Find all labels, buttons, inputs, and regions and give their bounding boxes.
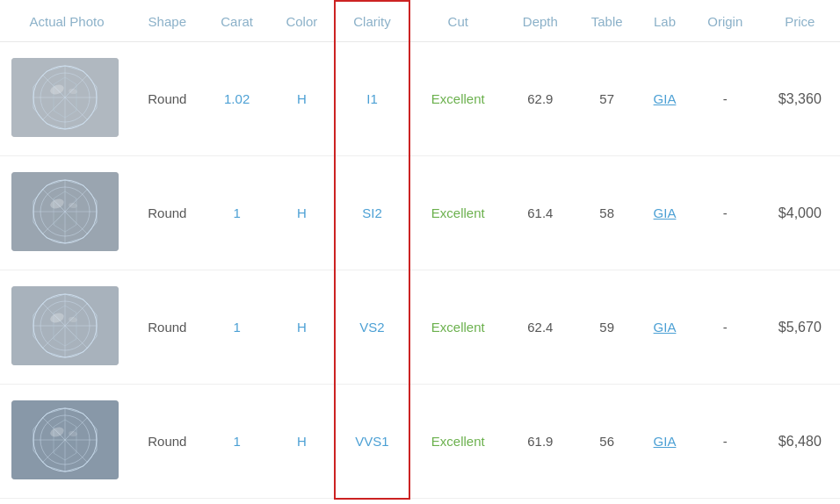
cell-depth-2: 61.4 <box>505 156 575 270</box>
cell-lab-3[interactable]: GIA <box>639 270 691 385</box>
cell-origin-3: - <box>691 270 760 385</box>
table-header-row: Actual Photo Shape Carat Color Clarity C… <box>0 1 840 42</box>
cell-price-2: $4,000 <box>760 156 840 270</box>
cell-clarity-4: VVS1 <box>335 385 409 499</box>
header-price: Price <box>760 1 840 42</box>
cell-table-3: 59 <box>575 270 639 385</box>
header-clarity: Clarity <box>335 1 409 42</box>
cell-price-1: $3,360 <box>760 42 840 156</box>
cell-depth-4: 61.9 <box>505 385 575 499</box>
diamond-image-1 <box>11 58 119 137</box>
cell-cut-3: Excellent <box>409 270 505 385</box>
cell-color-4: H <box>270 385 335 499</box>
header-depth: Depth <box>505 1 575 42</box>
header-table: Table <box>575 1 639 42</box>
diamond-image-2 <box>11 172 119 251</box>
diamond-table: Actual Photo Shape Carat Color Clarity C… <box>0 0 840 500</box>
table-row: Round 1 H SI2 Excellent 61.4 58 GIA - $4… <box>0 156 840 270</box>
header-origin: Origin <box>691 1 760 42</box>
cell-carat-4: 1 <box>205 385 270 499</box>
cell-shape-1: Round <box>130 42 205 156</box>
cell-origin-1: - <box>691 42 760 156</box>
table-row: Round 1.02 H I1 Excellent 62.9 57 GIA - … <box>0 42 840 156</box>
cell-color-3: H <box>270 270 335 385</box>
diamond-image-3 <box>11 286 119 365</box>
cell-clarity-2: SI2 <box>335 156 409 270</box>
diamond-table-container: Actual Photo Shape Carat Color Clarity C… <box>0 0 840 500</box>
cell-photo-1 <box>0 42 130 156</box>
cell-carat-3: 1 <box>205 270 270 385</box>
cell-carat-2: 1 <box>205 156 270 270</box>
cell-price-3: $5,670 <box>760 270 840 385</box>
cell-depth-3: 62.4 <box>505 270 575 385</box>
cell-photo-3 <box>0 270 130 385</box>
header-color: Color <box>270 1 335 42</box>
cell-origin-2: - <box>691 156 760 270</box>
header-cut: Cut <box>409 1 505 42</box>
cell-cut-4: Excellent <box>409 385 505 499</box>
table-row: Round 1 H VVS1 Excellent 61.9 56 GIA - $… <box>0 385 840 499</box>
cell-price-4: $6,480 <box>760 385 840 499</box>
cell-shape-4: Round <box>130 385 205 499</box>
cell-table-1: 57 <box>575 42 639 156</box>
header-carat: Carat <box>205 1 270 42</box>
cell-lab-2[interactable]: GIA <box>639 156 691 270</box>
table-row: Round 1 H VS2 Excellent 62.4 59 GIA - $5… <box>0 270 840 385</box>
cell-carat-1: 1.02 <box>205 42 270 156</box>
cell-origin-4: - <box>691 385 760 499</box>
cell-shape-2: Round <box>130 156 205 270</box>
cell-cut-2: Excellent <box>409 156 505 270</box>
cell-cut-1: Excellent <box>409 42 505 156</box>
cell-shape-3: Round <box>130 270 205 385</box>
cell-photo-4 <box>0 385 130 499</box>
header-photo: Actual Photo <box>0 1 130 42</box>
diamond-image-4 <box>11 400 119 479</box>
cell-color-2: H <box>270 156 335 270</box>
header-shape: Shape <box>130 1 205 42</box>
cell-table-4: 56 <box>575 385 639 499</box>
cell-clarity-3: VS2 <box>335 270 409 385</box>
cell-depth-1: 62.9 <box>505 42 575 156</box>
cell-lab-1[interactable]: GIA <box>639 42 691 156</box>
cell-table-2: 58 <box>575 156 639 270</box>
cell-lab-4[interactable]: GIA <box>639 385 691 499</box>
cell-clarity-1: I1 <box>335 42 409 156</box>
cell-photo-2 <box>0 156 130 270</box>
header-lab: Lab <box>639 1 691 42</box>
cell-color-1: H <box>270 42 335 156</box>
